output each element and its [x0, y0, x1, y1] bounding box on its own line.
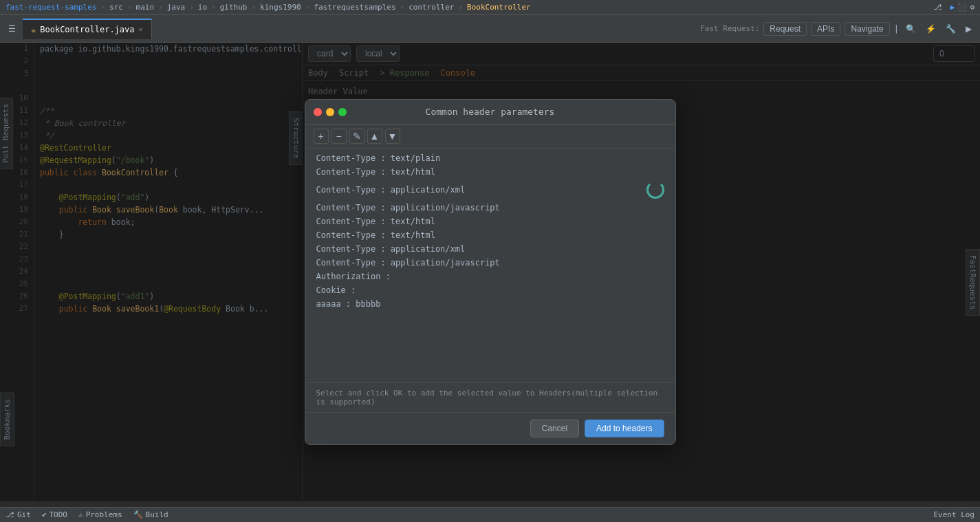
git-status[interactable]: ⎇ Git — [6, 510, 31, 519]
modal-toolbar: + − ✎ ▲ ▼ — [305, 124, 675, 149]
hamburger-button[interactable]: ☰ — [6, 23, 19, 35]
close-traffic-light[interactable] — [314, 108, 322, 116]
common-header-modal: Common header parameters + − ✎ ▲ ▼ Conte… — [305, 99, 676, 445]
breadcrumb-kings1990[interactable]: kings1990 — [260, 3, 301, 12]
main-toolbar: ☰ ☕ BookController.java ✕ Fast Request: … — [0, 15, 980, 43]
request-button[interactable]: Request — [763, 22, 807, 36]
list-item[interactable]: Cookie : — [305, 283, 675, 297]
settings-icon[interactable]: ⚙ — [970, 3, 974, 12]
breadcrumb-io[interactable]: io — [198, 3, 207, 12]
breadcrumb-src[interactable]: src — [109, 3, 123, 12]
tool1-button[interactable]: ⚡ — [923, 23, 939, 35]
breadcrumb-github[interactable]: github — [220, 3, 248, 12]
loading-spinner — [646, 181, 664, 199]
problems-icon: ⚠ — [78, 510, 83, 519]
tab-close-button[interactable]: ✕ — [139, 25, 143, 33]
list-item[interactable]: Authorization : — [305, 270, 675, 283]
list-item[interactable]: Content-Type : text/plain — [305, 151, 675, 165]
modal-title: Common header parameters — [426, 107, 555, 117]
cancel-button[interactable]: Cancel — [530, 420, 579, 437]
traffic-lights — [314, 108, 347, 116]
breadcrumb-project[interactable]: fast-request-samples — [6, 3, 96, 12]
modal-hint: Select and click OK to add the selected … — [305, 382, 675, 412]
breadcrumb-java[interactable]: java — [167, 3, 186, 12]
list-item[interactable]: Content-Type : text/html — [305, 215, 675, 228]
move-down-button[interactable]: ▼ — [385, 129, 400, 144]
todo-status[interactable]: ✔ TODO — [42, 510, 67, 519]
move-up-button[interactable]: ▲ — [367, 129, 382, 144]
problems-status[interactable]: ⚠ Problems — [78, 510, 122, 519]
list-item[interactable]: Content-Type : application/xml — [305, 179, 675, 201]
search-button[interactable]: 🔍 — [903, 23, 919, 35]
run-icon[interactable]: ▶ — [950, 3, 955, 12]
breadcrumb-main[interactable]: main — [136, 3, 155, 12]
edit-item-button[interactable]: ✎ — [349, 129, 364, 144]
tool3-button[interactable]: ▶ — [963, 23, 974, 35]
minimize-traffic-light[interactable] — [326, 108, 334, 116]
list-item[interactable]: Content-Type : text/html — [305, 228, 675, 242]
add-to-headers-button[interactable]: Add to headers — [585, 420, 664, 437]
list-item[interactable]: Content-Type : application/xml — [305, 242, 675, 256]
status-bar: ⎇ Git ✔ TODO ⚠ Problems 🔨 Build Event Lo… — [0, 507, 980, 522]
file-icon: ☕ — [31, 25, 36, 34]
breadcrumb-bar: fast-request-samples › src › main › java… — [0, 0, 980, 15]
fast-request-label: Fast Request: — [700, 24, 759, 33]
breadcrumb-fastrequestsamples[interactable]: fastrequestsamples — [314, 3, 395, 12]
build-icon: 🔨 — [133, 510, 143, 519]
modal-footer: Cancel Add to headers — [305, 412, 675, 444]
remove-item-button[interactable]: − — [331, 129, 347, 144]
modal-title-bar: Common header parameters — [305, 100, 675, 124]
list-item[interactable]: Content-Type : application/javascript — [305, 201, 675, 215]
list-item[interactable]: Content-Type : application/javascript — [305, 256, 675, 270]
file-tab-bookcontroller[interactable]: ☕ BookController.java ✕ — [23, 19, 152, 39]
modal-overlay: Common header parameters + − ✎ ▲ ▼ Conte… — [0, 43, 980, 501]
add-item-button[interactable]: + — [314, 129, 329, 144]
list-item[interactable]: aaaaa : bbbbb — [305, 297, 675, 311]
build-status[interactable]: 🔨 Build — [133, 510, 168, 519]
vcs-icon[interactable]: ⎇ — [933, 3, 942, 12]
tab-label: BookController.java — [40, 25, 134, 34]
list-item[interactable]: Content-Type : text/html — [305, 165, 675, 179]
maximize-traffic-light[interactable] — [338, 108, 347, 116]
todo-icon: ✔ — [42, 510, 47, 519]
breadcrumb-bookcontroller[interactable]: BookController — [467, 3, 531, 12]
apis-button[interactable]: APIs — [811, 22, 840, 36]
tool2-button[interactable]: 🔧 — [943, 23, 959, 35]
header-params-list[interactable]: Content-Type : text/plain Content-Type :… — [305, 149, 675, 382]
debug-icon[interactable]: ⬛ — [957, 3, 967, 12]
breadcrumb-controller[interactable]: controller — [409, 3, 454, 12]
event-log-status[interactable]: Event Log — [933, 510, 974, 519]
git-icon: ⎇ — [6, 510, 14, 519]
navigate-button[interactable]: Navigate — [845, 22, 889, 36]
